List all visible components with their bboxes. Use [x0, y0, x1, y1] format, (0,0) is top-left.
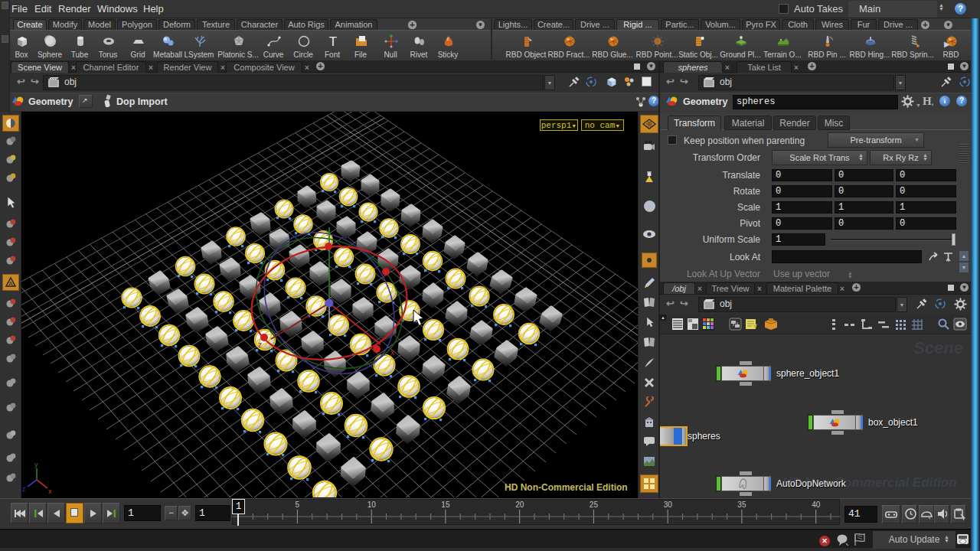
svg-text:A: A — [8, 280, 13, 287]
svg-text:25: 25 — [590, 500, 599, 509]
svg-text:y: y — [34, 461, 38, 468]
svg-text:z: z — [258, 341, 262, 349]
svg-text:10: 10 — [368, 500, 377, 509]
svg-text:x: x — [390, 348, 394, 357]
svg-text:5: 5 — [296, 500, 300, 509]
svg-text:30: 30 — [664, 500, 673, 509]
svg-text:40: 40 — [812, 500, 821, 509]
svg-text:35: 35 — [737, 500, 746, 509]
svg-text:20: 20 — [515, 500, 524, 509]
svg-text:T: T — [329, 34, 337, 49]
svg-text:x: x — [48, 487, 52, 495]
svg-text:y: y — [326, 227, 330, 236]
svg-text:15: 15 — [441, 500, 450, 509]
svg-text:z: z — [22, 485, 26, 493]
